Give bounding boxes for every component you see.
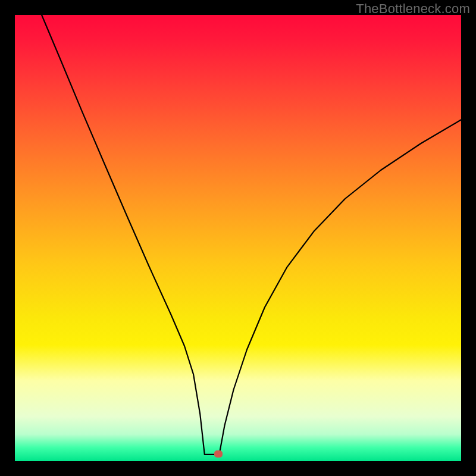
chart-plot-area <box>15 15 461 461</box>
watermark-text: TheBottleneck.com <box>356 1 470 17</box>
bottleneck-curve <box>15 15 461 461</box>
optimal-point-marker <box>214 450 223 458</box>
